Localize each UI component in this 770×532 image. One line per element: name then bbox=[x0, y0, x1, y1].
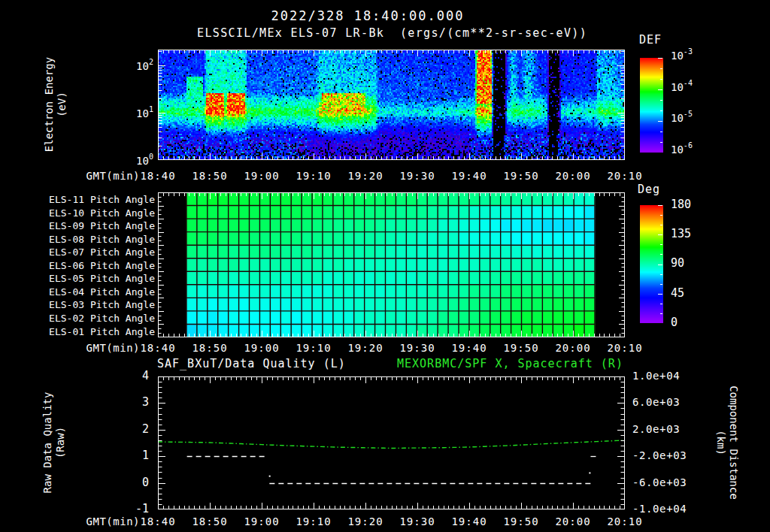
gmt-axis-label-middle: GMT(min) bbox=[81, 342, 140, 354]
qual-tick-m1: -1 bbox=[119, 503, 149, 515]
def-colorbar bbox=[640, 58, 663, 153]
time-tick: 19:50 bbox=[496, 170, 547, 182]
deg-colorbar bbox=[640, 205, 663, 323]
page-title: 2022/328 18:40:00.000 bbox=[0, 9, 735, 24]
quality-title-right: MEXORBMC/SPF X, Spacecraft (R) bbox=[397, 358, 623, 370]
row-label-els-03: ELS-03 Pitch Angle bbox=[0, 299, 155, 310]
time-tick: 19:00 bbox=[236, 170, 287, 182]
dist-tick-m1e4: -1.0e+04 bbox=[632, 503, 687, 515]
spectrogram-figure: 2022/328 18:40:00.000 ELSSCIL/MEx ELS-07… bbox=[0, 0, 770, 532]
pitch-row-labels: ELS-11 Pitch Angle ELS-10 Pitch Angle EL… bbox=[0, 192, 155, 337]
gmt-axis-label-bottom: GMT(min) bbox=[81, 515, 140, 527]
row-label-els-01: ELS-01 Pitch Angle bbox=[0, 326, 155, 337]
dist-tick-6e3: 6.0e+03 bbox=[632, 396, 680, 408]
time-tick: 19:00 bbox=[236, 342, 287, 354]
def-tick-1e-4: 10-4 bbox=[671, 80, 693, 93]
time-tick: 19:10 bbox=[288, 170, 339, 182]
time-tick: 19:30 bbox=[392, 342, 443, 354]
row-label-els-06: ELS-06 Pitch Angle bbox=[0, 260, 155, 271]
quality-y-axis-label: Raw Data Quality (Raw) bbox=[41, 352, 67, 532]
time-tick: 19:40 bbox=[444, 170, 495, 182]
time-tick: 19:40 bbox=[444, 342, 495, 354]
deg-tick-90: 90 bbox=[671, 257, 684, 270]
time-tick: 18:40 bbox=[132, 515, 183, 527]
row-label-els-11: ELS-11 Pitch Angle bbox=[0, 194, 155, 205]
def-tick-1e-5: 10-5 bbox=[671, 110, 693, 124]
time-tick: 19:20 bbox=[340, 170, 391, 182]
def-colorbar-title: DEF bbox=[639, 34, 662, 47]
time-tick: 18:40 bbox=[132, 342, 183, 354]
time-tick: 20:10 bbox=[599, 342, 650, 354]
time-tick: 18:50 bbox=[184, 170, 235, 182]
time-tick: 20:10 bbox=[599, 170, 650, 182]
deg-tick-135: 135 bbox=[671, 228, 691, 240]
energy-tick-100ev: 102 bbox=[117, 59, 153, 72]
plot-subtitle: ELSSCIL/MEx ELS-07 LR-Bk (ergs/(cm**2-sr… bbox=[197, 27, 587, 40]
row-label-els-08: ELS-08 Pitch Angle bbox=[0, 234, 155, 245]
time-tick: 18:50 bbox=[184, 342, 235, 354]
row-label-els-04: ELS-04 Pitch Angle bbox=[0, 286, 155, 298]
gmt-axis-label-top: GMT(min) bbox=[81, 170, 140, 182]
quality-ylabel-units: (Raw) bbox=[54, 427, 66, 458]
time-ticks-bottom: 18:40 18:50 19:00 19:10 19:20 19:30 19:4… bbox=[158, 515, 626, 527]
row-label-els-05: ELS-05 Pitch Angle bbox=[0, 273, 155, 284]
deg-tick-0: 0 bbox=[671, 316, 678, 329]
time-tick: 19:50 bbox=[496, 342, 547, 354]
time-ticks-top: 18:40 18:50 19:00 19:10 19:20 19:30 19:4… bbox=[158, 170, 626, 182]
spectrogram-ylabel-units: (eV) bbox=[56, 92, 68, 117]
time-tick: 20:10 bbox=[599, 515, 650, 527]
dist-tick-2e3: 2.0e+03 bbox=[632, 423, 680, 435]
pitch-angle-canvas bbox=[158, 192, 625, 337]
time-tick: 19:50 bbox=[496, 515, 547, 527]
deg-colorbar-title: Deg bbox=[638, 183, 660, 196]
qual-tick-2: 2 bbox=[119, 423, 149, 436]
time-tick: 19:10 bbox=[288, 342, 339, 354]
time-tick: 19:30 bbox=[392, 170, 443, 182]
qual-tick-3: 3 bbox=[119, 396, 149, 409]
energy-tick-10ev: 101 bbox=[117, 106, 153, 119]
row-label-els-07: ELS-07 Pitch Angle bbox=[0, 246, 155, 258]
time-tick: 19:00 bbox=[236, 515, 287, 527]
time-tick: 19:10 bbox=[288, 515, 339, 527]
time-tick: 18:50 bbox=[184, 515, 235, 527]
quality-title-left: SAF_BXuT/Data Quality (L) bbox=[157, 358, 346, 370]
spectrogram-y-axis-label: Electron Energy (eV) bbox=[43, 26, 68, 183]
quality-ylabel-text: Raw Data Quality bbox=[41, 392, 53, 494]
row-label-els-10: ELS-10 Pitch Angle bbox=[0, 207, 155, 219]
deg-tick-45: 45 bbox=[671, 287, 684, 300]
distance-ylabel-units: (km) bbox=[715, 430, 727, 455]
electron-energy-spectrogram-canvas bbox=[158, 50, 625, 160]
distance-ylabel-text: Component Distance bbox=[728, 385, 740, 500]
time-tick: 19:20 bbox=[340, 515, 391, 527]
time-tick: 20:00 bbox=[547, 515, 599, 527]
time-tick: 18:40 bbox=[132, 170, 183, 182]
qual-tick-1: 1 bbox=[119, 449, 149, 462]
spectrogram-ylabel-text: Electron Energy bbox=[43, 57, 55, 152]
dist-tick-m6e3: -6.0e+03 bbox=[632, 476, 687, 488]
time-ticks-middle: 18:40 18:50 19:00 19:10 19:20 19:30 19:4… bbox=[158, 342, 626, 354]
def-tick-1e-6: 10-6 bbox=[671, 142, 693, 156]
time-tick: 19:40 bbox=[444, 515, 495, 527]
row-label-els-09: ELS-09 Pitch Angle bbox=[0, 220, 155, 231]
time-tick: 20:00 bbox=[547, 170, 599, 182]
qual-tick-0: 0 bbox=[119, 476, 149, 489]
dist-tick-m2e3: -2.0e+03 bbox=[632, 449, 687, 461]
time-tick: 20:00 bbox=[547, 342, 599, 354]
distance-y-axis-label: Component Distance (km) bbox=[714, 345, 740, 532]
time-tick: 19:20 bbox=[340, 342, 391, 354]
time-tick: 19:30 bbox=[392, 515, 443, 527]
dist-tick-1e4: 1.0e+04 bbox=[632, 370, 680, 382]
def-tick-1e-3: 10-3 bbox=[671, 48, 693, 62]
quality-distance-canvas bbox=[158, 376, 625, 509]
deg-tick-180: 180 bbox=[671, 198, 691, 211]
row-label-els-02: ELS-02 Pitch Angle bbox=[0, 313, 155, 324]
qual-tick-4: 4 bbox=[119, 370, 149, 382]
energy-tick-1ev: 100 bbox=[117, 153, 153, 167]
